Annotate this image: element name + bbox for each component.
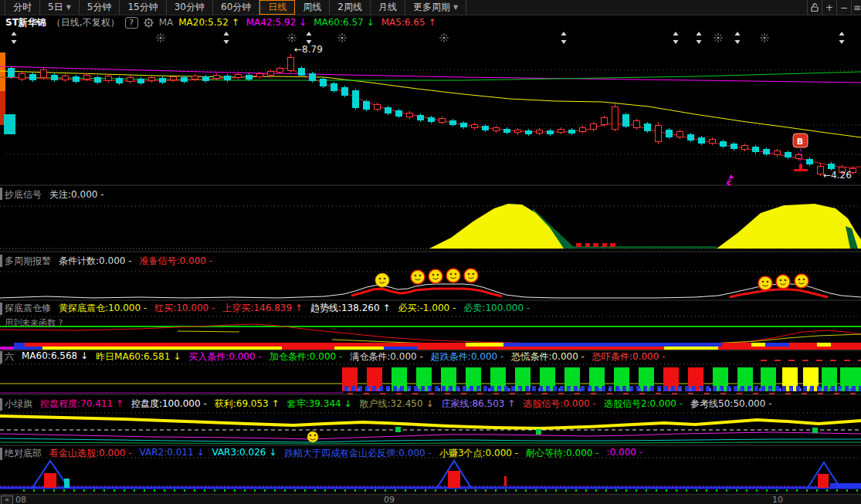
zoom-out-icon[interactable]: − [836,0,851,15]
period-tab-2周线[interactable]: 2周线 [330,0,371,15]
panel-header-liu: 六MA60:6.568 ↓昨日MA60:6.581 ↓买入条件:0.000 -加… [5,350,666,364]
period-tab-60分钟[interactable]: 60分钟 [213,0,259,15]
indicator-reading: 跌幅大于四成有金山必反弹:0.000 - [284,447,432,460]
help-icon[interactable]: ? [125,17,138,29]
panel-header-chaodi-xinhao: 抄底信号关注:0.000 - [5,188,104,201]
ma-reading: MA5:6.65 ↑ [381,17,436,28]
panel-title: 小绿旗 [5,397,32,411]
zoom-in-icon[interactable]: + [822,0,836,15]
symbol-info-bar: ST新华锦 （日线,不复权） ? MA MA20:5.52 ↑MA42:5.92… [0,15,861,29]
indicator-reading: 参考线50:50.000 - [690,397,771,411]
svg-text:←8.79: ←8.79 [294,44,323,55]
indicator-reading: 条件计数:0.000 - [59,255,132,268]
period-tab-日线[interactable]: 日线 [259,0,295,15]
indicator-reading: 必卖:100.000 - [463,302,530,315]
gear-icon[interactable] [144,18,154,28]
indicator-reading: 控盘度:100.000 - [131,397,207,411]
panel-header-tandi-zhencang: 探底震仓修黄探底震仓:10.000 -红买:10.000 -上穿买:146.83… [5,302,530,315]
indicator-reading: 小赚3个点:0.000 - [439,447,518,460]
period-tab-30分钟[interactable]: 30分钟 [167,0,213,15]
indicator-reading: VAR3:0.026 ↓ [212,447,276,460]
trading-app-window: Bĉ←8.79←4.26 分时5日▼5分钟15分钟30分钟60分钟日线周线2周线… [0,0,861,504]
indicator-reading: 趋势线:138.260 ↑ [310,302,391,315]
indicator-reading: 昨日MA60:6.581 ↓ [96,350,181,364]
panel-title: 抄底信号 [5,188,42,201]
indicator-reading: MA60:6.568 ↓ [22,350,88,364]
panel-title: 探底震仓修 [5,302,51,315]
period-tab-分时[interactable]: 分时 [5,0,40,15]
panel-title: 绝对底部 [5,447,42,460]
period-tab-更多周期[interactable]: 更多周期▼ [405,0,466,15]
panel-header-xiaolvqi: 小绿旗控盘程度:70.411 ↑控盘度:100.000 -获利:69.053 ↑… [5,397,772,411]
symbol-name: ST新华锦 [5,16,46,29]
ma-readings: MA20:5.52 ↑MA42:5.92 ↓MA60:6.57 ↓MA5:6.6… [178,17,436,28]
indicator-reading: 红买:10.000 - [154,302,215,315]
indicator-reading: 超跌条件:0.000 - [431,350,504,364]
scroll-left-button[interactable]: « [1,496,13,504]
indicator-reading: 买入条件:0.000 - [188,350,262,364]
indicator-reading: 套牢:39.344 ↓ [287,397,352,411]
period-tab-5日[interactable]: 5日▼ [40,0,80,15]
chart-canvas[interactable]: Bĉ←8.79←4.26 [0,0,861,504]
panel-subtitle: 用到未来函数 ? [5,317,63,329]
period-tab-月线[interactable]: 月线 [371,0,405,15]
indicator-reading: 耐心等待:0.000 - [526,447,599,460]
svg-text:B: B [797,137,803,147]
indicator-reading: 获利:69.053 ↑ [215,397,280,411]
indicator-reading: 关注:0.000 - [49,188,104,201]
indicator-reading: 庄家线:86.503 ↑ [441,397,515,411]
indicator-reading: 满仓条件:0.000 - [350,350,423,364]
panel-title: 多周期报警 [5,255,51,268]
axis-label: 09 [384,495,395,504]
indicator-reading: 上穿买:146.839 ↑ [222,302,303,315]
indicator-reading: 看金山选股:0.000 - [49,447,132,460]
chart-mode-label: （日线,不复权） [52,16,120,29]
indicator-reading: 加仓条件:0.000 - [269,350,343,364]
caret-down-icon: ▼ [453,0,458,15]
indicator-reading: 控盘程度:70.411 ↑ [40,397,124,411]
indicator-reading: 选股信号:0.000 - [523,397,596,411]
axis-label: 10 [772,495,783,504]
period-tab-周线[interactable]: 周线 [295,0,330,15]
period-tab-5分钟[interactable]: 5分钟 [80,0,120,15]
panel-header-juedui-dibu: 绝对底部看金山选股:0.000 -VAR2:0.011 ↓VAR3:0.026 … [5,447,642,460]
svg-text:ĉ: ĉ [727,178,732,188]
axis-label: 08 [15,495,26,504]
indicator-reading: VAR2:0.011 ↓ [140,447,205,460]
indicator-reading: 选股信号2:0.000 - [604,397,683,411]
indicator-reading: 散户线:32.450 ↓ [360,397,434,411]
panel-title: 六 [5,350,14,364]
time-axis-bar: « 080910 [0,494,861,504]
ma-reading: MA60:6.57 ↓ [314,17,374,28]
indicator-reading: 必买:-1.000 - [398,302,456,315]
indicator-reading: 黄探底震仓:10.000 - [59,302,147,315]
caret-down-icon: ▼ [66,0,71,15]
indicator-reading: 准备信号:0.000 - [140,255,213,268]
period-toolbar: 分时5日▼5分钟15分钟30分钟60分钟日线周线2周线月线更多周期▼+−≡ [0,0,861,15]
panel-header-duozhouqi-baojing: 多周期报警条件计数:0.000 -准备信号:0.000 - [5,255,212,268]
ma-reading: MA42:5.92 ↓ [246,17,307,28]
indicator-reading: :0.000 - [607,447,643,460]
ma-reading: MA20:5.52 ↑ [178,17,239,28]
window-controls: +−≡ [807,0,861,15]
clipped-icon[interactable]: ≡ [851,0,861,15]
indicator-reading: 恐吓条件:0.000 - [592,350,666,364]
unlock-icon[interactable] [807,0,822,15]
ma-group-label: MA [159,17,174,28]
indicator-reading: 恐慌条件:0.000 - [511,350,585,364]
period-tab-15分钟[interactable]: 15分钟 [120,0,166,15]
svg-text:←4.26: ←4.26 [823,170,852,181]
